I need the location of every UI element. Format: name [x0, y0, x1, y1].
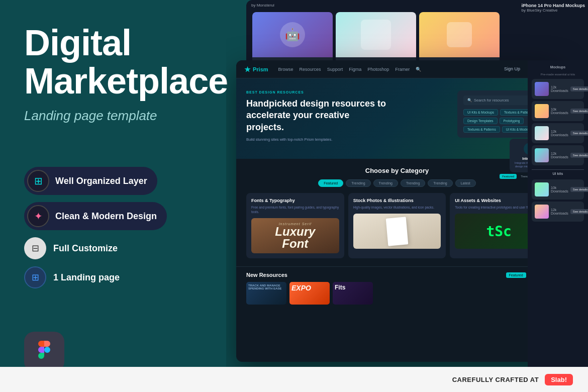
main-title: Digital Marketplace	[24, 24, 217, 100]
mock-navbar: ★ Prism Browse Resources Support Figma P…	[236, 60, 558, 78]
brush-icon: ✦	[34, 210, 43, 222]
feature-layers: ⊞ Well Organized Layer	[24, 167, 157, 195]
figma-badge	[24, 332, 64, 372]
mock-new-resources-header: New Resources Featured Trending	[246, 272, 548, 278]
side-item-2-info: 10k Downloads	[551, 108, 568, 115]
search-icon: 🔍	[467, 98, 472, 103]
cat-fonts-desc: Free and premium fonts, font pairing gui…	[251, 205, 339, 214]
feature-design-label: Clean & Modern Design	[55, 211, 157, 222]
side-item-5-info: 10k Downloads	[551, 186, 568, 193]
ui-kits-section: UI kits	[532, 169, 584, 177]
layers-icon: ⊞	[34, 175, 43, 187]
features-list: ⊞ Well Organized Layer ✦ Clean & Modern …	[24, 167, 217, 288]
feature-design: ✦ Clean & Modern Design	[24, 202, 167, 230]
side-item-4-visual	[535, 148, 549, 162]
website-mockup: ★ Prism Browse Resources Support Figma P…	[236, 60, 558, 362]
side-item-2: 10k Downloads See details	[532, 101, 584, 121]
cat-photos-preview	[353, 214, 441, 249]
mock-hero-title: Handpicked design resources to accelerat…	[246, 98, 387, 133]
side-item-5-visual	[535, 182, 549, 197]
grid-icon-wrapper: ⊞	[24, 266, 46, 288]
side-item-1-info: 12k Downloads	[551, 85, 568, 92]
side-item-3-info: 12k Downloads	[551, 130, 568, 137]
left-panel: Digital Marketplace Landing page templat…	[0, 0, 241, 392]
mock-resource-cards: TRACK AND MANAGE SPENDING WITH EASE EXPO…	[246, 282, 548, 305]
mock-new-resources-section: New Resources Featured Trending TRACK AN…	[236, 266, 558, 310]
feature-customize-label: Full Customize	[53, 243, 118, 254]
mock-nav-links: Browse Resources Support Figma Photoshop…	[278, 67, 422, 72]
side-item-6: 12k Downloads See details	[532, 202, 584, 222]
side-item-6-info: 12k Downloads	[551, 208, 568, 215]
side-item-2-visual	[535, 104, 549, 118]
mock-hero-subtitle: Build stunning sites with top-notch Pris…	[246, 137, 377, 142]
mock-category-cards: Fonts & Typography Free and premium font…	[246, 193, 548, 258]
cat-fonts-title: Fonts & Typography	[251, 198, 339, 203]
mock-filter-pills: Featured Trending Trending Trending Tren…	[246, 179, 548, 187]
side-listings: Mockups Pre-made essential ui kits 12k D…	[528, 60, 588, 392]
title-block: Digital Marketplace Landing page templat…	[24, 24, 217, 144]
side-item-1: 12k Downloads See details	[532, 79, 584, 99]
side-item-5: 10k Downloads See details	[532, 179, 584, 200]
design-icon-wrapper: ✦	[27, 205, 49, 227]
side-item-1-visual	[535, 82, 549, 96]
feature-landing: ⊞ 1 Landing page	[24, 266, 217, 288]
crop-icon-wrapper: ⊟	[24, 237, 46, 259]
layers-icon-wrapper: ⊞	[27, 170, 49, 192]
grid-icon: ⊞	[32, 272, 39, 283]
resource-card-3[interactable]: Fits	[333, 282, 373, 305]
side-item-3: 12k Downloads See details	[532, 123, 584, 143]
slab-badge: Slab!	[545, 374, 573, 385]
figma-icon	[35, 341, 53, 363]
top-brand: by Monsterul	[251, 3, 274, 8]
mock-logo: ★ Prism	[244, 65, 268, 73]
right-panel: by Monsterul iPhone 14 Pro Hand Mockups …	[226, 0, 588, 392]
side-item-3-visual	[535, 126, 549, 140]
bottom-bar: CAREFULLY CRAFTED AT Slab!	[0, 367, 588, 392]
subtitle: Landing page template	[24, 108, 217, 124]
crafted-text: CAREFULLY CRAFTED AT	[452, 376, 539, 383]
mock-categories-title: Choose by Category	[246, 167, 548, 174]
product-card-2-img	[336, 12, 416, 57]
cat-photos-desc: High-quality images, vector illustration…	[353, 205, 441, 210]
resource-card-2[interactable]: EXPO	[289, 282, 330, 305]
product-card-3-img	[419, 12, 500, 57]
side-item-6-visual	[535, 205, 549, 219]
side-item-4: 12k Downloads See details	[532, 145, 584, 165]
resource-card-1[interactable]: TRACK AND MANAGE SPENDING WITH EASE	[246, 282, 286, 305]
crop-icon: ⊟	[32, 243, 39, 254]
product-card-1-img: 🤖	[252, 12, 333, 57]
side-item-4-info: 12k Downloads	[551, 152, 568, 159]
cat-fonts-preview: Instrument Serif Luxury Font	[251, 218, 339, 253]
feature-layers-label: Well Organized Layer	[55, 176, 147, 186]
left-bottom	[24, 332, 217, 372]
category-card-photos[interactable]: Stock Photos & Illustrations High-qualit…	[348, 193, 446, 258]
mock-hero: BEST DESIGN RESOURCES Handpicked design …	[236, 78, 558, 159]
cat-photos-title: Stock Photos & Illustrations	[353, 198, 441, 203]
top-brand-2: iPhone 14 Pro Hand Mockups by BlueSky Cr…	[521, 3, 585, 13]
feature-customize: ⊟ Full Customize	[24, 237, 217, 259]
category-card-fonts[interactable]: Fonts & Typography Free and premium font…	[246, 193, 344, 258]
mock-new-resources-title: New Resources	[246, 272, 287, 278]
feature-landing-label: 1 Landing page	[53, 272, 120, 283]
paper-fold-shape	[386, 217, 409, 246]
